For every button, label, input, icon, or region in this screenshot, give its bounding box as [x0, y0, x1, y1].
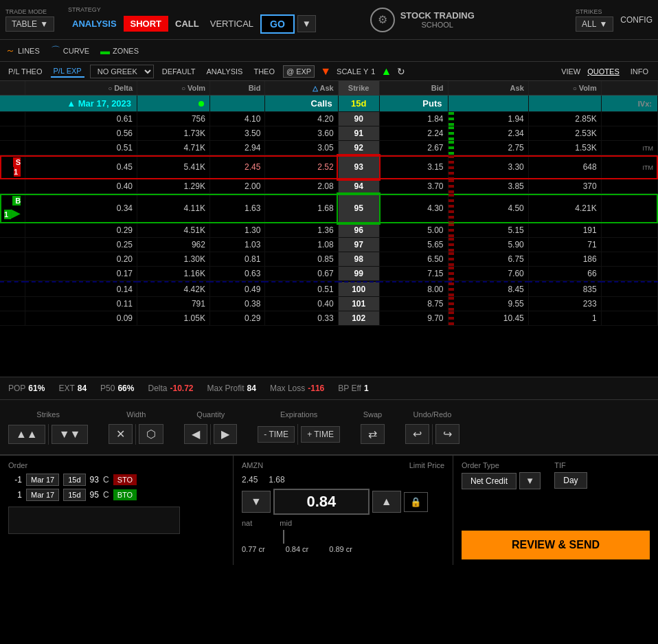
lock-button[interactable]: 🔒: [404, 492, 428, 512]
bid-puts-cell[interactable]: 5.65: [379, 238, 448, 252]
ask-calls-cell[interactable]: 3.60: [265, 126, 338, 141]
info-button[interactable]: INFO: [626, 66, 653, 77]
ask-puts-cell[interactable]: 5.15: [448, 223, 528, 238]
ask-calls-cell[interactable]: 0.67: [265, 267, 338, 281]
bid-puts-cell[interactable]: 1.84: [379, 112, 448, 126]
ask-puts-cell[interactable]: 1.94: [448, 112, 528, 126]
col-volm-puts[interactable]: Volm: [528, 81, 601, 96]
bid-calls-cell[interactable]: 2.94: [209, 141, 264, 155]
ask-calls-cell[interactable]: 0.51: [265, 282, 338, 297]
bid-puts-cell[interactable]: 2.24: [379, 126, 448, 141]
ask-calls-cell[interactable]: 0.85: [265, 252, 338, 267]
strikes-down-button[interactable]: ▼▼: [52, 425, 89, 444]
quantity-increase-button[interactable]: ▶: [214, 424, 237, 444]
ask-calls-cell[interactable]: 1.36: [265, 223, 338, 238]
call-button[interactable]: CALL: [171, 16, 203, 32]
sto-button[interactable]: STO: [113, 474, 137, 485]
strike-cell[interactable]: 99: [338, 267, 379, 281]
bid-puts-cell[interactable]: 3.70: [379, 179, 448, 194]
order-type-dropdown-button[interactable]: ▼: [519, 472, 541, 489]
vertical-button[interactable]: VERTICAL: [206, 16, 258, 32]
analysis-mode-button[interactable]: ANALYSIS: [203, 66, 245, 77]
order-exp-2[interactable]: Mar 17: [26, 489, 59, 501]
ask-puts-cell[interactable]: 8.45: [448, 282, 528, 297]
strike-cell[interactable]: 91: [338, 126, 379, 141]
ask-puts-cell[interactable]: 9.55: [448, 297, 528, 311]
bid-puts-cell[interactable]: 8.00: [379, 282, 448, 297]
table-row[interactable]: B 1▶0.344.11K1.631.68954.304.504.21K: [0, 194, 658, 223]
width-decrease-button[interactable]: ✕: [109, 424, 133, 444]
short-button[interactable]: SHORT: [124, 16, 169, 32]
price-display[interactable]: 0.84: [273, 489, 370, 515]
ask-puts-cell[interactable]: 5.90: [448, 238, 528, 252]
bid-calls-cell[interactable]: 0.29: [209, 311, 264, 326]
table-row[interactable]: S 10.455.41K2.452.52933.153.30648ITM: [0, 155, 658, 179]
order-notes-input[interactable]: [8, 507, 180, 534]
table-row[interactable]: 0.514.71K2.943.05922.672.751.53KITM: [0, 141, 658, 155]
at-exp-button[interactable]: @ EXP: [283, 65, 315, 78]
ask-calls-cell[interactable]: 0.33: [265, 311, 338, 326]
bid-calls-cell[interactable]: 0.63: [209, 267, 264, 281]
refresh-icon[interactable]: ↻: [397, 66, 405, 77]
time-minus-button[interactable]: - TIME: [258, 426, 295, 443]
ask-puts-cell[interactable]: 2.75: [448, 141, 528, 155]
review-send-button[interactable]: REVIEW & SEND: [462, 531, 650, 559]
ask-calls-cell[interactable]: 1.08: [265, 238, 338, 252]
strikes-dropdown[interactable]: ALL ▼: [576, 16, 613, 32]
bid-puts-cell[interactable]: 6.50: [379, 252, 448, 267]
table-row[interactable]: 0.294.51K1.301.36965.005.15191: [0, 223, 658, 238]
ask-puts-cell[interactable]: 2.34: [448, 126, 528, 141]
redo-button[interactable]: ↪: [435, 424, 460, 444]
pl-exp-button[interactable]: P/L EXP: [51, 65, 84, 78]
analysis-button[interactable]: ANALYSIS: [68, 16, 121, 32]
ask-puts-cell[interactable]: 10.45: [448, 311, 528, 326]
table-row[interactable]: 0.091.05K0.290.331029.7010.451: [0, 311, 658, 326]
ask-puts-cell[interactable]: 4.50: [448, 194, 528, 223]
price-up-button[interactable]: ▲: [372, 491, 401, 513]
ask-puts-cell[interactable]: 6.75: [448, 252, 528, 267]
table-row[interactable]: 0.617564.104.20901.841.942.85K: [0, 112, 658, 126]
pl-theo-button[interactable]: P/L THEO: [5, 66, 45, 77]
zones-item[interactable]: ▬ ZONES: [100, 45, 139, 56]
table-row[interactable]: 0.259621.031.08975.655.9071: [0, 238, 658, 252]
undo-button[interactable]: ↩: [405, 424, 429, 444]
bid-calls-cell[interactable]: 1.03: [209, 238, 264, 252]
bid-puts-cell[interactable]: 9.70: [379, 311, 448, 326]
strike-cell[interactable]: 96: [338, 223, 379, 238]
bid-calls-cell[interactable]: 3.50: [209, 126, 264, 141]
theo-button[interactable]: THEO: [251, 66, 277, 77]
strike-cell[interactable]: 90: [338, 112, 379, 126]
strike-cell[interactable]: 97: [338, 238, 379, 252]
bid-calls-cell[interactable]: 2.45: [209, 155, 264, 179]
col-bid-calls[interactable]: Bid: [209, 81, 264, 96]
strike-cell[interactable]: 93: [338, 155, 379, 179]
time-plus-button[interactable]: + TIME: [301, 426, 340, 443]
lines-item[interactable]: ～ LINES: [5, 45, 40, 57]
bto-button[interactable]: BTO: [113, 489, 137, 500]
greek-select[interactable]: NO GREEK: [90, 65, 154, 78]
ask-calls-cell[interactable]: 4.20: [265, 112, 338, 126]
width-increase-button[interactable]: ⬡: [139, 424, 163, 444]
go-button[interactable]: GO: [260, 14, 295, 34]
table-row[interactable]: 0.201.30K0.810.85986.506.75186: [0, 252, 658, 267]
quantity-decrease-button[interactable]: ◀: [184, 424, 207, 444]
order-exp-1[interactable]: Mar 17: [26, 474, 59, 486]
ask-puts-cell[interactable]: 7.60: [448, 267, 528, 281]
col-bid-puts[interactable]: Bid: [379, 81, 448, 96]
bid-calls-cell[interactable]: 0.49: [209, 282, 264, 297]
table-dropdown[interactable]: TABLE ▼: [5, 16, 54, 32]
bid-puts-cell[interactable]: 3.15: [379, 155, 448, 179]
ask-puts-cell[interactable]: 3.85: [448, 179, 528, 194]
ask-calls-cell[interactable]: 0.40: [265, 297, 338, 311]
quotes-button[interactable]: QUOTES: [583, 66, 623, 77]
swap-button[interactable]: ⇄: [361, 424, 385, 444]
bid-puts-cell[interactable]: 5.00: [379, 223, 448, 238]
price-down-button[interactable]: ▼: [242, 491, 271, 513]
strike-cell[interactable]: 95: [338, 194, 379, 223]
table-row[interactable]: 0.144.42K0.490.511008.008.45835: [0, 282, 658, 297]
strikes-up-button[interactable]: ▲▲: [8, 425, 45, 444]
ask-puts-cell[interactable]: 3.30: [448, 155, 528, 179]
col-ask-calls[interactable]: Ask: [265, 81, 338, 96]
net-credit-button[interactable]: Net Credit: [462, 473, 517, 489]
bid-calls-cell[interactable]: 0.38: [209, 297, 264, 311]
